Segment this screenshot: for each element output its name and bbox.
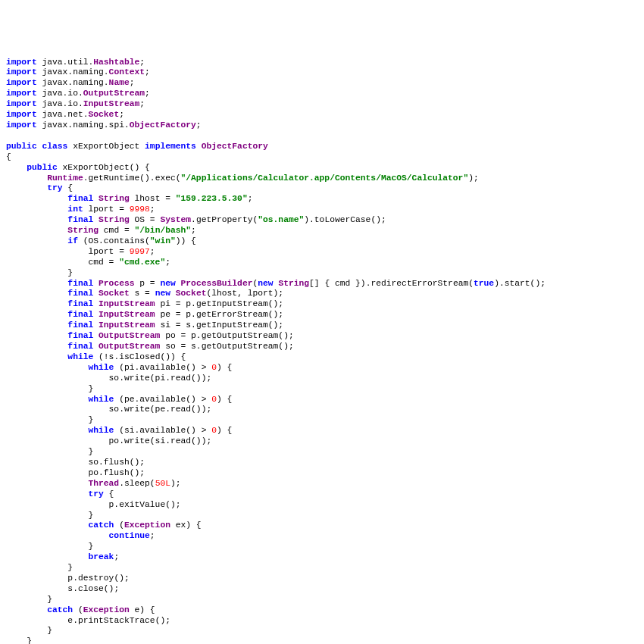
cls-Hashtable: Hashtable [93,58,139,67]
kw-import: import [6,58,37,67]
code-block: import java.util.Hashtable; import javax… [0,53,644,644]
